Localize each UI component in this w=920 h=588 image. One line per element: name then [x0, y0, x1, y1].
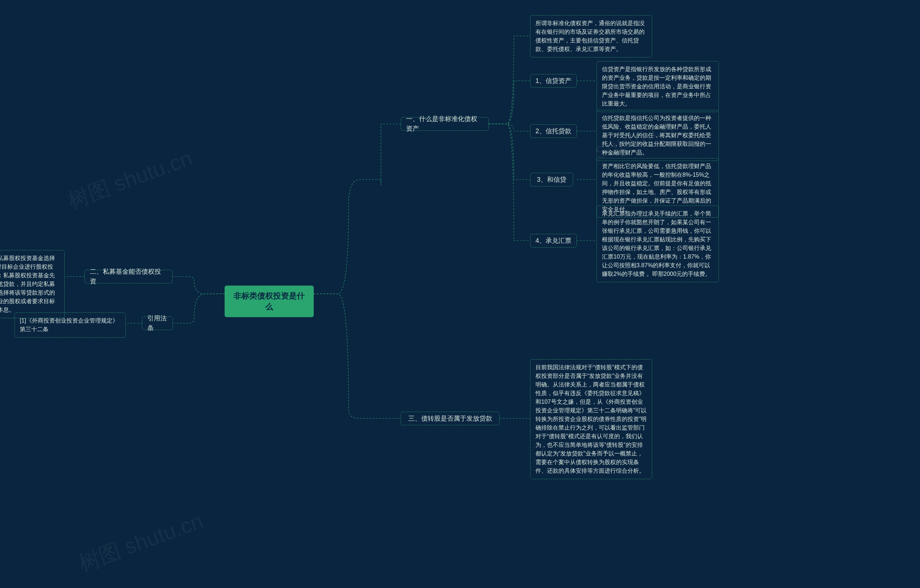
- branch-ref-text: [1]《外商投资创业投资企业管理规定》第三十二条: [15, 312, 126, 338]
- branch-1-c3[interactable]: 3、和信贷: [530, 173, 573, 186]
- branch-1-c4-text: 承兑汇票指办理过承兑手续的汇票，举个简单的例子你就豁然开朗了，如果某公司有一张银…: [596, 205, 719, 282]
- branch-2-text: 实践中，也有不少私募股权投资基金选择以“债转股”的方式对目标企业进行股权投资，其…: [0, 250, 65, 318]
- center-node[interactable]: 非标类债权投资是什么: [225, 286, 314, 317]
- branch-1-c1-text: 信贷资产是指银行所发放的各种贷款所形成的资产业务，贷款是按一定利率和确定的期限贷…: [596, 61, 719, 112]
- branch-3-text: 目前我国法律法规对于“债转股”模式下的债权投资部分是否属于“发放贷款”业务并没有…: [530, 359, 652, 479]
- branch-2[interactable]: 二、私募基金能否债权投资: [84, 270, 173, 283]
- branch-ref[interactable]: 引用法条: [142, 317, 173, 330]
- connector-lines: [0, 0, 920, 588]
- branch-3[interactable]: 三、债转股是否属于发放贷款: [401, 412, 499, 425]
- watermark: 树图 shutu.cn: [75, 506, 207, 578]
- branch-1-c2-text: 信托贷款是指信托公司为投资者提供的一种低风险、收益稳定的金融理财产品，委托人基于…: [596, 110, 719, 161]
- branch-1[interactable]: 一、什么是非标准化债权资产: [401, 117, 489, 131]
- branch-1-intro: 所谓非标准化债权资产，通俗的说就是指没有在银行间的市场及证券交易所市场交易的债权…: [530, 15, 652, 58]
- branch-1-c4[interactable]: 4、承兑汇票: [530, 234, 577, 247]
- watermark: 树图 shutu.cn: [63, 144, 196, 215]
- branch-1-c2[interactable]: 2、信托贷款: [530, 124, 577, 138]
- branch-1-c1[interactable]: 1、信贷资产: [530, 74, 577, 88]
